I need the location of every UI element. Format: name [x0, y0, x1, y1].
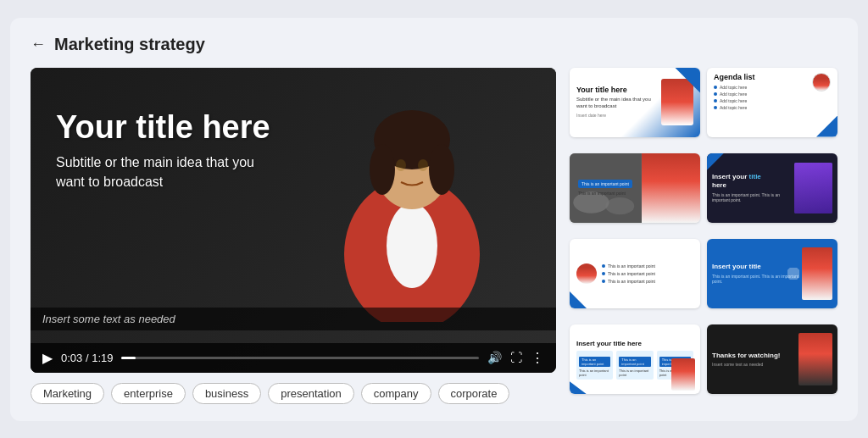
- slide7-accent: [570, 381, 587, 394]
- video-background: Your title here Subtitle or the main ide…: [31, 68, 556, 373]
- slide5-bullet-3: This is an important point: [602, 279, 693, 284]
- slide8-title: Thanks for watching!: [712, 352, 780, 360]
- slide1-presenter: [661, 79, 693, 125]
- agenda-dot: [714, 99, 717, 103]
- slide-thumb-2[interactable]: Agenda list Add topic here Add topic her…: [707, 68, 837, 137]
- tag-corporate[interactable]: corporate: [438, 383, 510, 404]
- video-main-title: Your title here: [56, 110, 276, 146]
- slide4-accent: [707, 153, 724, 170]
- page-title: Marketing strategy: [54, 35, 205, 54]
- slide2-accent: [816, 116, 837, 137]
- bullet-dot: [602, 280, 605, 283]
- progress-fill: [121, 357, 136, 359]
- header: ← Marketing strategy: [31, 35, 837, 54]
- agenda-dot: [714, 106, 717, 109]
- back-button[interactable]: ←: [31, 36, 46, 53]
- tag-marketing[interactable]: Marketing: [31, 383, 104, 404]
- slide5-avatar: [576, 263, 597, 284]
- slide2-right: [812, 73, 831, 91]
- slides-section: Your title here Subtitle or the main ide…: [570, 68, 837, 404]
- slide3-overlay: This is an important point This is an im…: [575, 158, 700, 218]
- svg-point-6: [396, 159, 406, 171]
- tag-presentation[interactable]: presentation: [268, 383, 354, 404]
- slide-thumb-4[interactable]: Insert your titlehere This is an importa…: [707, 153, 837, 223]
- video-player[interactable]: Your title here Subtitle or the main ide…: [31, 68, 556, 373]
- slide4-person: [794, 163, 832, 213]
- svg-point-4: [370, 144, 395, 195]
- agenda-item-1: Add topic here: [714, 85, 812, 90]
- more-options-icon[interactable]: ⋮: [531, 350, 544, 366]
- slide2-title: Agenda list: [714, 73, 812, 81]
- bullet-dot: [602, 272, 605, 275]
- caption-bar: Insert some text as needed: [31, 308, 556, 330]
- slide3-badge: This is an important point: [578, 180, 632, 188]
- tags-row: Marketing enterprise business presentati…: [31, 383, 556, 404]
- content-area: Your title here Subtitle or the main ide…: [31, 68, 837, 404]
- slide-thumb-7[interactable]: Insert your title here This is an import…: [570, 324, 700, 394]
- svg-point-7: [418, 159, 428, 171]
- slide1-date: Insert date here: [576, 113, 661, 119]
- bullet-dot: [602, 264, 605, 268]
- slide4-body: This is an important point. This is an i…: [712, 192, 791, 203]
- agenda-item-2: Add topic here: [714, 91, 812, 97]
- play-button[interactable]: ▶: [42, 350, 53, 366]
- video-subtitle: Subtitle or the main idea that you want …: [56, 153, 276, 191]
- time-display: 0:03 / 1:19: [61, 352, 113, 364]
- video-controls: ▶ 0:03 / 1:19 🔊 ⛶ ⋮: [31, 343, 556, 373]
- agenda-items: Add topic here Add topic here Add topic …: [714, 85, 812, 110]
- svg-point-5: [429, 144, 454, 195]
- slide1-title: Your title here: [576, 86, 661, 95]
- slide1-subtitle: Subtitle or the main idea that you want …: [576, 97, 661, 110]
- fullscreen-icon[interactable]: ⛶: [510, 351, 522, 364]
- agenda-item-4: Add topic here: [714, 105, 812, 110]
- slide8-body: Insert some text as needed: [712, 362, 780, 368]
- progress-bar[interactable]: [121, 357, 479, 359]
- page-container: ← Marketing strategy Your title here Sub…: [10, 18, 858, 421]
- slide4-text: Insert your titlehere This is an importa…: [712, 173, 794, 203]
- slide5-bullets: This is an important point This is an im…: [602, 263, 693, 284]
- slide4-title: Insert your titlehere: [712, 173, 791, 191]
- slide3-text: This is an important point: [578, 191, 697, 197]
- slide-thumb-8[interactable]: Thanks for watching! Insert some text as…: [707, 324, 837, 394]
- slide-thumb-6[interactable]: Insert your title This is an important p…: [707, 239, 837, 308]
- video-section: Your title here Subtitle or the main ide…: [31, 68, 556, 404]
- slide2-left: Agenda list Add topic here Add topic her…: [714, 73, 812, 110]
- slide4-image: [794, 163, 832, 213]
- agenda-dot: [714, 86, 717, 89]
- volume-icon[interactable]: 🔊: [487, 351, 502, 364]
- slide7-cell-2: This is an important point This is an im…: [616, 351, 653, 380]
- tag-company[interactable]: company: [361, 383, 431, 404]
- tag-business[interactable]: business: [192, 383, 261, 404]
- slide7-cell-1: This is an important point This is an im…: [576, 351, 613, 380]
- tag-enterprise[interactable]: enterprise: [111, 383, 186, 404]
- agenda-item-3: Add topic here: [714, 98, 812, 103]
- slide5-accent: [570, 291, 587, 308]
- slide-thumb-1[interactable]: Your title here Subtitle or the main ide…: [570, 68, 700, 137]
- slide1-text: Your title here Subtitle or the main ide…: [576, 86, 661, 119]
- svg-point-1: [387, 203, 437, 288]
- slide6-presenter: [802, 247, 832, 300]
- agenda-dot: [714, 92, 717, 96]
- slide7-title: Insert your title here: [576, 340, 693, 347]
- slide-thumb-5[interactable]: This is an important point This is an im…: [570, 239, 700, 308]
- slide-thumb-3[interactable]: This is an important point This is an im…: [570, 153, 700, 223]
- slide8-text: Thanks for watching! Insert some text as…: [712, 352, 780, 368]
- caption-text: Insert some text as needed: [42, 313, 175, 325]
- slide5-bullet-1: This is an important point: [602, 263, 693, 269]
- slide8-presenter: [798, 333, 832, 385]
- slide5-bullet-2: This is an important point: [602, 271, 693, 276]
- video-title-overlay: Your title here Subtitle or the main ide…: [56, 110, 276, 192]
- slide6-accent: [787, 268, 799, 280]
- slide2-avatar: [812, 73, 831, 91]
- presenter-figure: [319, 85, 505, 322]
- slide7-presenter: [671, 358, 695, 391]
